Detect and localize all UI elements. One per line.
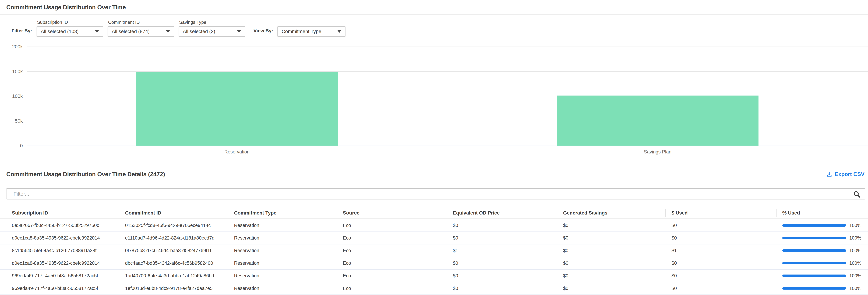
search-icon[interactable] <box>853 190 861 198</box>
pct-used-progress-fill <box>782 237 846 239</box>
view-by-dropdown[interactable]: Commitment Type <box>277 26 345 37</box>
cell-equivalent-od-price: $0 <box>447 270 557 282</box>
usage-chart: 050k100k150k200kReservationSavings Plan <box>0 42 868 156</box>
cell-equivalent-od-price: $0 <box>447 257 557 269</box>
column-header-commitment-type[interactable]: Commitment Type <box>228 207 337 218</box>
pct-used-value: 100% <box>849 235 861 241</box>
cell-commitment-type: Reservation <box>228 232 337 244</box>
savings-type-dropdown[interactable]: All selected (2) <box>179 26 245 37</box>
chevron-down-icon <box>337 30 341 33</box>
cell-pct-used: 100% <box>776 232 868 244</box>
cell-generated-savings: $0 <box>557 270 665 282</box>
savings-type-dropdown-value: All selected (2) <box>183 29 215 34</box>
export-csv-button[interactable]: Export CSV <box>826 171 865 177</box>
table-row: d0ec1ca8-8a35-4935-9622-cbefc9922014e111… <box>0 232 868 244</box>
cell-pct-used: 100% <box>776 270 868 282</box>
table-row: 969eda49-717f-4a50-bf3a-56558172ac5f1ef0… <box>0 282 868 295</box>
x-axis-line <box>27 146 868 146</box>
y-axis-tick-label: 150k <box>0 69 23 75</box>
savings-type-filter-group: Savings Type All selected (2) <box>179 20 245 37</box>
cell-commitment-type: Reservation <box>228 270 337 282</box>
table-header-row: Subscription IDCommitment IDCommitment T… <box>0 207 868 219</box>
chart-gridline <box>27 71 868 72</box>
cell-subscription-id: 0e5a2667-fb0c-4456-b127-503f2529750c <box>0 219 119 232</box>
chevron-down-icon <box>237 30 241 33</box>
commitment-id-dropdown[interactable]: All selected (874) <box>107 26 174 37</box>
column-header-subscription-id[interactable]: Subscription ID <box>0 207 119 218</box>
cell-dollars-used: $1 <box>665 244 776 257</box>
pct-used-progress-bar <box>782 274 846 277</box>
subscription-id-dropdown[interactable]: All selected (103) <box>37 26 103 37</box>
table-filter-input[interactable] <box>6 188 865 200</box>
pct-used-progress-bar <box>782 249 846 252</box>
cell-subscription-id: d0ec1ca8-8a35-4935-9622-cbefc9922014 <box>0 232 119 244</box>
y-axis-tick-label: 50k <box>0 118 23 124</box>
table-row: 0e5a2667-fb0c-4456-b127-503f2529750c0153… <box>0 219 868 232</box>
cell-dollars-used: $0 <box>665 219 776 232</box>
cell-equivalent-od-price: $0 <box>447 219 557 232</box>
bar-savings-plan <box>557 95 758 146</box>
pct-used-value: 100% <box>849 273 861 278</box>
pct-used-progress-fill <box>782 287 846 290</box>
commitment-id-dropdown-value: All selected (874) <box>112 29 150 34</box>
pct-used-progress-bar <box>782 287 846 290</box>
table-row: d0ec1ca8-8a35-4935-9622-cbefc9922014dbc4… <box>0 257 868 270</box>
cell-pct-used: 100% <box>776 257 868 269</box>
cell-source: Eco <box>337 270 447 282</box>
cell-pct-used: 100% <box>776 244 868 257</box>
details-table: Subscription IDCommitment IDCommitment T… <box>0 207 868 295</box>
table-filter <box>6 188 865 200</box>
usage-details-panel: Commitment Usage Distribution Over Time … <box>0 171 868 295</box>
column-header-used[interactable]: $ Used <box>665 207 776 218</box>
pct-used-value: 100% <box>849 223 861 228</box>
cell-subscription-id: d0ec1ca8-8a35-4935-9622-cbefc9922014 <box>0 257 119 269</box>
page-title: Commitment Usage Distribution Over Time <box>0 4 868 11</box>
cell-commitment-id: 1ad40700-6f4e-4a3d-abba-1ab1249a86bd <box>119 270 228 282</box>
table-row: 8c1d5645-5fef-4a4c-b120-7708891fa38f0f78… <box>0 244 868 257</box>
pct-used-progress-bar <box>782 224 846 227</box>
y-axis-tick-label: 200k <box>0 44 23 50</box>
cell-commitment-type: Reservation <box>228 219 337 232</box>
cell-dollars-used: $0 <box>665 232 776 244</box>
cell-commitment-id: 1ef0013d-e8b8-4dc9-9178-e4fa27daa7e5 <box>119 282 228 294</box>
view-by-dropdown-value: Commitment Type <box>282 29 321 34</box>
column-header-generated-savings[interactable]: Generated Savings <box>557 207 665 218</box>
cell-source: Eco <box>337 244 447 257</box>
pct-used-progress-fill <box>782 224 846 227</box>
filter-by-label: Filter By: <box>11 28 32 34</box>
cell-commitment-type: Reservation <box>228 257 337 269</box>
column-header-source[interactable]: Source <box>337 207 447 218</box>
details-header: Commitment Usage Distribution Over Time … <box>0 171 868 178</box>
column-header-used[interactable]: % Used <box>776 207 868 218</box>
chevron-down-icon <box>166 30 170 33</box>
download-icon <box>826 171 832 177</box>
table-row: 969eda49-717f-4a50-bf3a-56558172ac5f1ad4… <box>0 270 868 282</box>
cell-commitment-id: e1110ad7-4d96-4d22-824a-d181a80ecd7d <box>119 232 228 244</box>
cell-subscription-id: 969eda49-717f-4a50-bf3a-56558172ac5f <box>0 270 119 282</box>
cell-generated-savings: $0 <box>557 282 665 294</box>
commitment-id-filter-label: Commitment ID <box>108 20 174 25</box>
cell-subscription-id: 969eda49-717f-4a50-bf3a-56558172ac5f <box>0 282 119 294</box>
subscription-id-filter-group: Subscription ID All selected (103) <box>37 20 103 37</box>
subscription-id-dropdown-value: All selected (103) <box>41 29 79 34</box>
view-by-label: View By: <box>253 28 273 34</box>
cell-dollars-used: $0 <box>665 282 776 294</box>
usage-distribution-panel: Commitment Usage Distribution Over Time … <box>0 0 868 156</box>
y-axis-tick-label: 100k <box>0 93 23 99</box>
cell-source: Eco <box>337 257 447 269</box>
cell-commitment-type: Reservation <box>228 282 337 294</box>
column-header-equivalent-od-price[interactable]: Equivalent OD Price <box>447 207 557 218</box>
cell-commitment-id: 0f7875b8-d7c6-46d4-baa8-d58247769f1f <box>119 244 228 257</box>
cell-source: Eco <box>337 282 447 294</box>
details-divider <box>0 182 868 182</box>
filter-bar: Filter By: Subscription ID All selected … <box>0 20 868 37</box>
table-body: 0e5a2667-fb0c-4456-b127-503f2529750c0153… <box>0 219 868 295</box>
cell-commitment-id: dbc4aac7-bd35-4342-af6c-4c56b9582400 <box>119 257 228 269</box>
subscription-id-filter-label: Subscription ID <box>37 20 103 25</box>
column-header-commitment-id[interactable]: Commitment ID <box>119 207 228 218</box>
cell-subscription-id: 8c1d5645-5fef-4a4c-b120-7708891fa38f <box>0 244 119 257</box>
cell-equivalent-od-price: $0 <box>447 232 557 244</box>
pct-used-progress-bar <box>782 237 846 239</box>
bar-reservation <box>136 72 338 146</box>
y-axis-tick-label: 0 <box>0 143 23 149</box>
